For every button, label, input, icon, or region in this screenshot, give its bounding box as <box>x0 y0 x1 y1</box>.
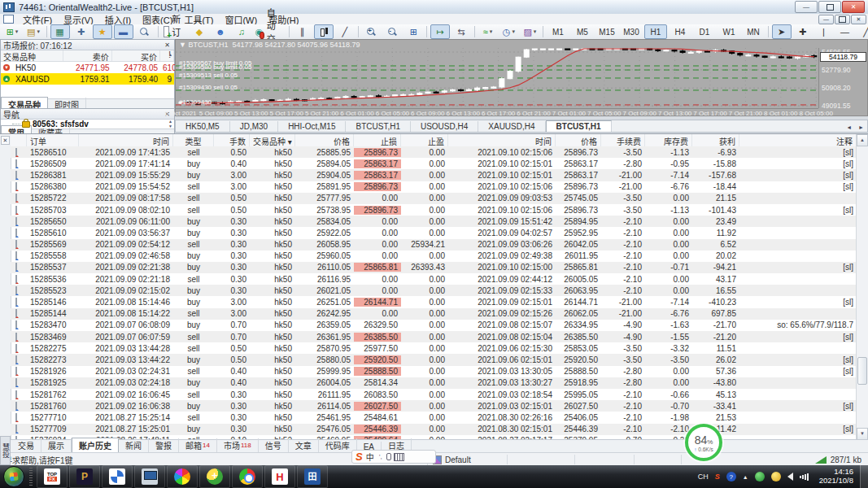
ime-punctuation-toggle[interactable]: ’, <box>379 453 382 460</box>
history-row[interactable]: 152857222021.09.09 08:17:58sell0.50hk502… <box>11 193 857 204</box>
navigator-account-item[interactable]: 80563: sfsfsdv <box>1 120 174 129</box>
auto-scroll-button[interactable]: ↦ <box>430 24 450 39</box>
chart-tab-3[interactable]: BTCUST,H1 <box>346 121 410 132</box>
history-row[interactable]: 152822732021.09.03 13:44:22buy0.50hk5025… <box>11 354 857 365</box>
timeframe-m15[interactable]: M15 <box>595 24 618 39</box>
chart-plot[interactable]: #15309567 buy limit 0.05#15309580 buy li… <box>176 48 818 108</box>
zoom-in-button[interactable]: + <box>361 24 381 39</box>
market-watch-row[interactable]: ▼HK5024771.9524778.05610 <box>1 62 174 73</box>
history-row[interactable]: 152822752021.09.03 13:44:28sell0.50hk502… <box>11 342 857 354</box>
cursor-tool[interactable]: ➤ <box>772 24 792 39</box>
system-app-icon[interactable] <box>134 465 165 488</box>
menu-item-0[interactable]: 文件(F) <box>17 15 58 25</box>
start-button[interactable] <box>3 466 24 487</box>
terminal-tab-3[interactable]: 新闻 <box>119 438 149 452</box>
sound-button[interactable]: ♫ <box>232 24 251 39</box>
network-icon[interactable] <box>800 473 809 481</box>
scrollbar-up-icon[interactable]: ▲ <box>857 134 868 146</box>
history-row[interactable]: 152856502021.09.09 06:11:00buy0.30hk5025… <box>11 216 857 227</box>
history-row[interactable]: 152865092021.09.09 17:41:14buy0.40hk5025… <box>11 158 857 169</box>
history-col-12[interactable]: 库存费 <box>645 134 692 146</box>
terminal-tab-4[interactable]: 警报 <box>149 438 179 452</box>
scroll-down-icon[interactable]: ▼ <box>168 78 172 83</box>
history-col-14[interactable]: 注释 <box>739 134 857 146</box>
strategy-tester-button[interactable] <box>135 24 155 39</box>
pinwheel-browser-icon[interactable] <box>167 465 198 488</box>
history-row[interactable]: 152857032021.09.09 08:02:10sell0.50hk502… <box>11 204 857 216</box>
history-col-5[interactable]: 交易品种 ▾ <box>250 134 295 146</box>
market-watch-col-1[interactable]: 卖价 <box>63 50 111 61</box>
data-window-toggle[interactable]: ✚ <box>72 24 91 39</box>
restore-button[interactable] <box>818 1 841 13</box>
timeframe-d1[interactable]: D1 <box>693 24 716 39</box>
history-row[interactable]: 152777102021.08.27 15:25:14sell0.30hk502… <box>11 412 857 423</box>
history-col-8[interactable]: 止盈 <box>401 134 448 146</box>
terminal-tab-6[interactable]: 市场118 <box>217 438 259 452</box>
chart-shift-button[interactable]: ⇆ <box>451 24 471 39</box>
minimize-button[interactable]: — <box>795 1 818 13</box>
tray-language-indicator[interactable]: CH <box>698 473 709 481</box>
line-chart-button[interactable]: ╱ <box>335 24 355 39</box>
history-row[interactable]: 152834692021.09.07 06:07:59sell0.70hk502… <box>11 331 857 342</box>
history-row[interactable]: 152817622021.09.02 16:06:45sell0.30hk502… <box>11 389 857 400</box>
side-vertical-tab[interactable]: 慧投 <box>0 436 11 465</box>
zoom-out-button[interactable]: - <box>382 24 402 39</box>
trendline-tool[interactable]: ╱ <box>857 24 868 39</box>
timeframe-m1[interactable]: M1 <box>547 24 569 39</box>
timeframe-h1[interactable]: H1 <box>644 24 667 39</box>
microphone-icon[interactable] <box>386 453 391 460</box>
market-watch-col-2[interactable]: 买价 <box>112 50 160 61</box>
terminal-tab-5[interactable]: 邮箱14 <box>179 438 217 452</box>
scroll-up-icon[interactable]: ▲ <box>168 52 172 57</box>
metaeditor-button[interactable]: ◆ <box>190 24 209 39</box>
chart-tab-4[interactable]: USOUSD,H4 <box>411 121 478 132</box>
bar-chart-button[interactable]: ∥ <box>293 24 312 39</box>
timeframe-m30[interactable]: M30 <box>620 24 643 39</box>
history-row[interactable]: 152819262021.09.03 02:24:31sell0.40hk502… <box>11 366 857 377</box>
autotrade-button[interactable]: ◉自动交易 <box>253 24 286 39</box>
timeframe-h4[interactable]: H4 <box>669 24 691 39</box>
menu-item-2[interactable]: 插入(I) <box>99 15 137 25</box>
market-watch-row[interactable]: ▲XAUUSD1759.311759.409 <box>1 73 174 85</box>
child-minimize-button[interactable]: — <box>818 15 834 24</box>
new-chart-button[interactable]: ⊞▾ <box>2 24 22 39</box>
terminal-scrollbar[interactable]: ▲ ▼ <box>856 134 868 440</box>
history-row[interactable]: 152777092021.08.27 15:25:01buy0.30hk5025… <box>11 424 857 435</box>
history-row[interactable]: 152856102021.09.09 03:56:37buy0.30hk5025… <box>11 227 857 238</box>
profiles-button[interactable]: ▤▾ <box>24 24 43 39</box>
scrollbar-thumb[interactable] <box>857 357 867 385</box>
experts-button[interactable]: ☻ <box>211 24 230 39</box>
history-row[interactable]: 152819252021.09.03 02:24:18buy0.40hk5026… <box>11 377 857 389</box>
history-row[interactable]: 152865102021.09.09 17:41:35sell0.50hk502… <box>11 146 857 158</box>
history-row[interactable]: 152855692021.09.09 02:54:12sell0.30hk502… <box>11 239 857 251</box>
show-desktop-button[interactable] <box>860 465 868 488</box>
timeframe-w1[interactable]: W1 <box>718 24 740 39</box>
tray-sogou-icon[interactable]: S <box>715 473 720 481</box>
timeframe-m5[interactable]: M5 <box>571 24 594 39</box>
history-col-2[interactable]: 时间 <box>79 134 173 146</box>
periods-button[interactable]: ◷▾ <box>499 24 518 39</box>
timeframe-mn[interactable]: MN <box>742 24 765 39</box>
terminal-tab-8[interactable]: 文章 <box>289 438 319 452</box>
chart-tabs-right-icon[interactable]: ► <box>855 123 867 132</box>
indicators-button[interactable]: ≈▾ <box>478 24 497 39</box>
hline-tool[interactable]: — <box>835 24 855 39</box>
child-restore-button[interactable] <box>835 15 850 24</box>
navigator-toggle[interactable]: ★ <box>93 24 112 39</box>
history-col-6[interactable]: 价格 <box>295 134 354 146</box>
history-row[interactable]: 152817602021.09.02 16:06:38buy0.30hk5026… <box>11 400 857 412</box>
market-watch-close-icon[interactable]: ✕ <box>163 41 172 49</box>
new-order-button[interactable]: 新订单 <box>161 24 188 39</box>
close-button[interactable]: ✕ <box>842 1 865 13</box>
terminal-tab-7[interactable]: 信号 <box>259 438 289 452</box>
crosshair-tool[interactable]: ✚ <box>793 24 813 39</box>
chart-tab-6[interactable]: BTCUST,H1 <box>546 120 612 132</box>
taskbar-clock[interactable]: 14:16 2021/10/8 <box>819 468 853 486</box>
sogou-logo-icon[interactable]: S <box>355 451 363 463</box>
chart-price-axis[interactable]: 54596.5552779.9050908.2049091.5554118.79 <box>818 48 867 108</box>
history-col-13[interactable]: 获利 <box>692 134 739 146</box>
topfx-app-icon[interactable]: TOPFX <box>37 465 68 488</box>
antivirus-app-icon[interactable] <box>199 465 230 488</box>
templates-button[interactable]: ▨▾ <box>520 24 539 39</box>
candle-chart-button[interactable] <box>314 24 334 39</box>
